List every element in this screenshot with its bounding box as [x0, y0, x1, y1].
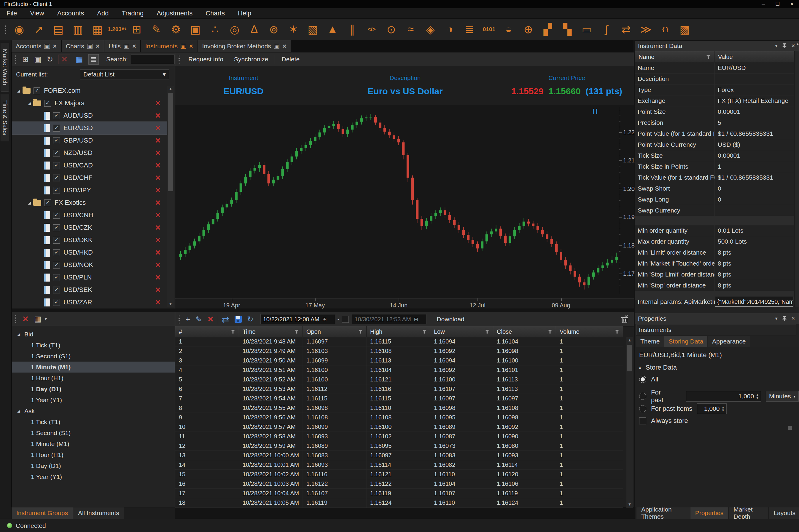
- item-checkbox[interactable]: ✓: [53, 262, 60, 268]
- refresh-icon[interactable]: ↻: [47, 55, 53, 64]
- resize-grip[interactable]: [788, 426, 792, 430]
- signal-icon[interactable]: ≫: [636, 21, 655, 38]
- property-row-min-order-quantity[interactable]: Min order quantity0.01 Lots: [635, 225, 795, 236]
- property-row-precision[interactable]: Precision5: [635, 117, 795, 128]
- tree-item-aud-usd[interactable]: ✓AUD/USD✕: [12, 109, 167, 122]
- data-table-icon[interactable]: ⊞: [127, 21, 147, 38]
- scroll-down-icon[interactable]: ▼: [167, 301, 174, 307]
- request-info-button[interactable]: Request info: [183, 56, 229, 63]
- radio-for-past-items[interactable]: [639, 405, 646, 412]
- close-icon[interactable]: ✕: [282, 43, 286, 50]
- item-checkbox[interactable]: ✓: [53, 237, 60, 244]
- tab-layouts[interactable]: Layouts: [769, 507, 799, 519]
- property-row-swap-short[interactable]: Swap Short0: [635, 183, 795, 194]
- order-ticket-icon[interactable]: ✎: [147, 21, 166, 38]
- pin-icon[interactable]: [782, 316, 786, 321]
- tab-market-depth[interactable]: Market Depth: [729, 507, 768, 519]
- table-row[interactable]: 1110/28/2021 9:58 AM1.160931.161021.1608…: [175, 432, 623, 441]
- column-header-volume[interactable]: Volume: [556, 326, 623, 337]
- item-checkbox[interactable]: ✓: [44, 100, 51, 107]
- targeting-icon[interactable]: ⊕: [518, 21, 538, 38]
- strategy-settings-icon[interactable]: ⊚: [264, 21, 283, 38]
- price-lookup-icon[interactable]: ⊙: [382, 21, 401, 38]
- table-row[interactable]: 1810/28/2021 10:05 AM1.161191.161241.161…: [175, 498, 623, 508]
- remove-item-icon[interactable]: ✕: [155, 249, 161, 256]
- session-clock-icon[interactable]: ◑: [440, 21, 460, 38]
- search-input[interactable]: [131, 55, 175, 64]
- scroll-up-icon[interactable]: ▲: [626, 337, 633, 343]
- always-store-option[interactable]: Always store: [639, 417, 688, 425]
- item-checkbox[interactable]: ✓: [53, 175, 60, 182]
- column-header-low[interactable]: Low: [430, 326, 493, 337]
- property-row-max-order-quantity[interactable]: Max order quantity500.0 Lots: [635, 236, 795, 247]
- tab-instruments[interactable]: Instruments▣✕: [141, 40, 197, 52]
- item-checkbox[interactable]: ✓: [53, 187, 60, 194]
- dock-tab-market-watch[interactable]: Market Watch: [1, 43, 9, 92]
- portfolio-icon[interactable]: ▧: [303, 21, 323, 38]
- menu-view[interactable]: View: [23, 8, 51, 18]
- property-row-point-value-for-1-standard-foi[interactable]: Point Value (for 1 standard FOI$1 / €0.8…: [635, 128, 795, 139]
- radio-all[interactable]: [639, 376, 646, 383]
- tab-charts[interactable]: Charts▣✕: [62, 40, 104, 52]
- property-row-tick-value-for-1-standard-fori[interactable]: Tick Value (for 1 standard FORI$1 / €0.8…: [635, 172, 795, 183]
- expander-icon[interactable]: ◢: [15, 332, 22, 336]
- tree-item-usd-dkk[interactable]: ✓USD/DKK✕: [12, 234, 167, 246]
- menu-add[interactable]: Add: [91, 8, 115, 18]
- tree-item-usd-chf[interactable]: ✓USD/CHF✕: [12, 172, 167, 184]
- property-row-min-market-if-touched-order-di[interactable]: Min 'Market if Touched' order di8 pts: [635, 258, 795, 269]
- volume-bars-icon[interactable]: ▦: [88, 21, 107, 38]
- float-window-icon[interactable]: ▣: [87, 44, 93, 49]
- column-header-[interactable]: #: [175, 326, 239, 337]
- drag-handle[interactable]: [15, 315, 17, 323]
- start-date-input[interactable]: 10/22/2021 12:00 AM ⊞: [260, 314, 335, 324]
- sync-arrows-icon[interactable]: ⇄: [222, 314, 229, 325]
- pause-icon[interactable]: [593, 109, 597, 114]
- tree-item-usd-czk[interactable]: ✓USD/CZK✕: [12, 222, 167, 234]
- spinner-icon[interactable]: ▲▼: [756, 393, 759, 399]
- item-checkbox[interactable]: ✓: [44, 200, 51, 206]
- script-icon[interactable]: { }: [655, 21, 675, 38]
- item-checkbox[interactable]: ✓: [53, 299, 60, 306]
- remove-item-icon[interactable]: ✕: [155, 99, 161, 107]
- for-past-input[interactable]: 1,000 ▲▼: [686, 391, 761, 402]
- calendar-icon[interactable]: ⊞: [322, 316, 327, 322]
- tick-chart-icon[interactable]: ∴: [205, 21, 225, 38]
- delete-button[interactable]: Delete: [276, 56, 305, 63]
- fees-icon[interactable]: ≣: [460, 21, 479, 38]
- property-row-type[interactable]: TypeForex: [635, 84, 795, 95]
- download-button[interactable]: Download: [431, 316, 469, 323]
- property-row-min-limit-order-distance[interactable]: Min 'Limit' order distance8 pts: [635, 247, 795, 258]
- property-row-description[interactable]: Description: [635, 74, 795, 84]
- property-row-point-value-currency[interactable]: Point Value CurrencyUSD ($): [635, 139, 795, 150]
- period-ask-1-second-s1[interactable]: 1 Second (S1): [12, 428, 175, 438]
- tab-accounts[interactable]: Accounts▣✕: [12, 40, 61, 52]
- item-checkbox[interactable]: ✓: [53, 274, 60, 281]
- filter-icon[interactable]: [358, 330, 363, 334]
- float-window-icon[interactable]: ▣: [274, 44, 279, 49]
- column-header-name[interactable]: Name: [635, 51, 714, 62]
- tree-item-usd-hkd[interactable]: ✓USD/HKD✕: [12, 246, 167, 259]
- property-row-tick-size-in-points[interactable]: Tick Size in Points1: [635, 161, 795, 172]
- remove-item-icon[interactable]: ✕: [155, 224, 161, 232]
- table-row[interactable]: 410/28/2021 9:51 AM1.161001.161041.16092…: [175, 365, 623, 375]
- remove-item-icon[interactable]: ✕: [155, 273, 161, 282]
- tree-item-usd-cad[interactable]: ✓USD/CAD✕: [12, 159, 167, 172]
- tree-item-fx-majors[interactable]: ◢✓FX Majors✕: [12, 97, 167, 109]
- timer-icon[interactable]: ◒: [499, 21, 518, 38]
- table-row[interactable]: 1010/28/2021 9:57 AM1.160991.161001.1608…: [175, 422, 623, 432]
- dock-tab-time-sales[interactable]: Time & Sales: [1, 94, 9, 141]
- period-bid-1-hour-h1[interactable]: 1 Hour (H1): [12, 373, 175, 383]
- automation-icon[interactable]: ✶: [283, 21, 303, 38]
- close-icon[interactable]: ✕: [132, 43, 136, 50]
- compare-icon[interactable]: ⇄: [616, 21, 636, 38]
- item-checkbox[interactable]: ✓: [53, 125, 60, 132]
- scroll-up-icon[interactable]: ▲: [167, 86, 174, 92]
- properties-tab-theme[interactable]: Theme: [636, 336, 664, 347]
- panels-icon[interactable]: ▚: [558, 21, 577, 38]
- duplicate-item-icon[interactable]: ▣: [34, 55, 41, 64]
- remove-item-icon[interactable]: ✕: [155, 137, 161, 145]
- column-header-value[interactable]: Value: [714, 51, 795, 62]
- float-window-icon[interactable]: ▣: [44, 44, 50, 49]
- tab-all-instruments[interactable]: All Instruments: [73, 507, 124, 519]
- scroll-down-icon[interactable]: ▼: [626, 501, 633, 508]
